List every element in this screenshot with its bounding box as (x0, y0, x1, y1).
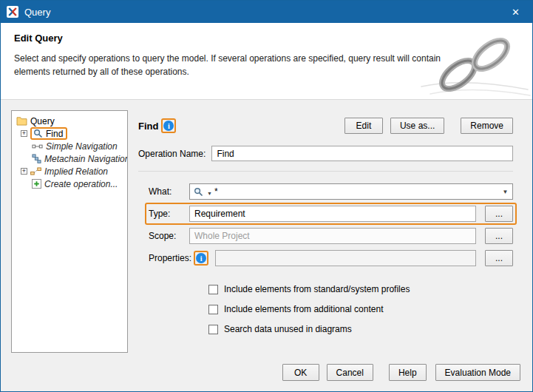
tree-item-implied-relation[interactable]: + Implied Relation (13, 165, 126, 178)
create-operation-icon (32, 179, 41, 189)
tree-item-find[interactable]: + Find (13, 127, 126, 140)
scope-field: Whole Project (189, 228, 476, 244)
what-combobox[interactable]: ▼ * ▼ (189, 183, 513, 200)
metachain-navigation-icon (32, 154, 41, 163)
type-row: Type: Requirement ... (149, 206, 513, 222)
query-dialog: Query ✕ Edit Query Select and specify op… (0, 0, 533, 392)
main-area: Query + Find (1, 100, 532, 357)
tree-item-label: Create operation... (44, 179, 118, 189)
type-value: Requirement (194, 209, 245, 219)
scope-row: Scope: Whole Project ... (149, 228, 513, 244)
what-value: * (214, 186, 218, 197)
operation-name-input[interactable] (211, 146, 513, 161)
operations-tree: Query + Find (11, 110, 128, 353)
titlebar[interactable]: Query ✕ (1, 1, 532, 23)
operation-detail-panel: Find i Edit Use as... Remove Operation N… (138, 110, 513, 353)
footer-buttons: OK Cancel Help Evaluation Mode (1, 357, 532, 391)
tree-item-label: Implied Relation (44, 166, 108, 177)
expand-icon[interactable]: + (21, 130, 27, 137)
search-icon (194, 187, 203, 197)
help-button[interactable]: Help (389, 364, 427, 381)
operation-name-row: Operation Name: (138, 146, 513, 161)
evaluation-mode-button[interactable]: Evaluation Mode (435, 364, 520, 381)
search-unused-data-checkbox[interactable] (208, 325, 218, 334)
search-mode-arrow-icon: ▼ (207, 191, 212, 196)
close-icon: ✕ (512, 7, 520, 18)
tree-item-label: Simple Navigation (46, 141, 118, 152)
include-additional-content-checkbox[interactable] (208, 305, 218, 314)
what-label: What: (149, 186, 183, 197)
type-field[interactable]: Requirement (189, 206, 476, 222)
find-info-highlight: i (161, 118, 176, 133)
properties-field (215, 250, 476, 266)
operation-title: Find (138, 121, 158, 132)
chevron-down-icon[interactable]: ▼ (498, 184, 512, 199)
use-as-button[interactable]: Use as... (390, 118, 444, 134)
tree-item-metachain-navigation[interactable]: Metachain Navigation (13, 152, 126, 165)
ok-button[interactable]: OK (282, 364, 319, 381)
operation-name-label: Operation Name: (138, 149, 206, 159)
scope-more-button[interactable]: ... (485, 228, 513, 244)
detail-header: Find i Edit Use as... Remove (138, 118, 513, 134)
checkbox-label: Include elements from additional content (224, 304, 383, 314)
tree-item-create-operation[interactable]: Create operation... (13, 178, 126, 190)
tree-item-query-root[interactable]: Query (13, 115, 126, 127)
simple-navigation-icon (32, 143, 43, 150)
detail-header-buttons: Edit Use as... Remove (344, 118, 513, 134)
cancel-button[interactable]: Cancel (327, 364, 373, 381)
edit-button[interactable]: Edit (344, 118, 383, 134)
window-title: Query (24, 7, 50, 18)
checkbox-label: Include elements from standard/system pr… (224, 284, 410, 294)
separator (138, 171, 513, 172)
selected-item-highlight: Find (30, 127, 67, 140)
include-standard-profiles-checkbox[interactable] (208, 285, 218, 294)
properties-info-highlight: i (194, 251, 208, 266)
scope-label: Scope: (149, 231, 183, 241)
expand-icon[interactable]: + (21, 168, 27, 175)
what-row: What: ▼ * ▼ (149, 183, 513, 200)
properties-more-button[interactable]: ... (485, 250, 513, 266)
tree-item-label: Metachain Navigation (44, 154, 128, 164)
dialog-header: Edit Query Select and specify operations… (1, 23, 532, 100)
description-line-1: Select and specify operations to query t… (14, 53, 441, 64)
type-more-button[interactable]: ... (485, 206, 513, 222)
checkbox-row-standard-profiles: Include elements from standard/system pr… (208, 284, 513, 294)
properties-row: Properties: i ... (149, 250, 513, 266)
tree-item-label: Find (46, 129, 63, 139)
remove-button[interactable]: Remove (461, 118, 513, 134)
info-icon[interactable]: i (163, 121, 174, 131)
description-line-2: elements returned by all of these operat… (14, 67, 189, 77)
chain-graphic (420, 35, 531, 98)
tree-item-label: Query (30, 116, 55, 126)
query-folder-icon (16, 116, 27, 126)
checkbox-row-additional-content: Include elements from additional content (208, 304, 513, 314)
tree-item-simple-navigation[interactable]: Simple Navigation (13, 140, 126, 152)
properties-label-text: Properties: (149, 253, 191, 263)
implied-relation-icon (30, 167, 41, 175)
type-row-highlight: Type: Requirement ... (145, 203, 517, 225)
close-button[interactable]: ✕ (499, 1, 532, 23)
magnifier-icon (33, 129, 43, 138)
scope-value: Whole Project (194, 231, 250, 241)
properties-label: Properties: i (149, 251, 208, 266)
info-icon[interactable]: i (196, 253, 206, 263)
checkbox-label: Search data unused in diagrams (224, 324, 352, 334)
checkbox-row-unused-data: Search data unused in diagrams (208, 324, 513, 334)
app-logo-icon (7, 6, 18, 18)
options-checkboxes: Include elements from standard/system pr… (208, 284, 513, 344)
type-label: Type: (149, 209, 183, 219)
